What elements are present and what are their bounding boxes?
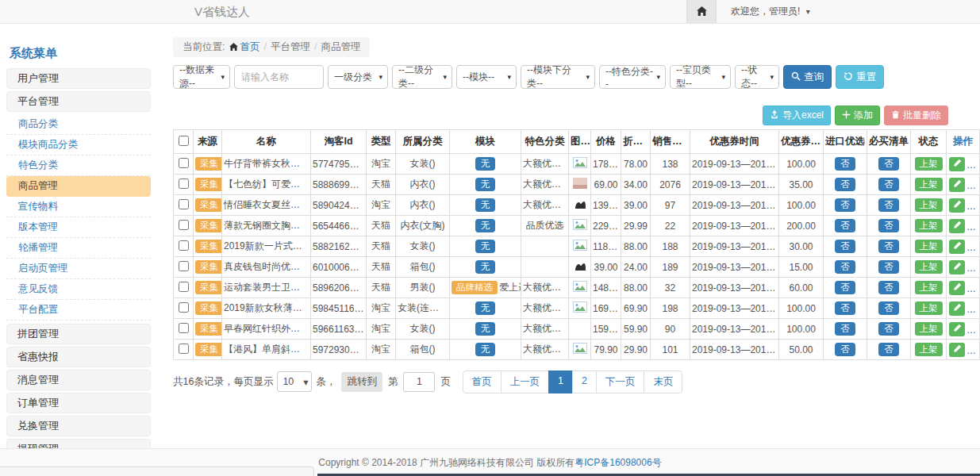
no-badge[interactable]: 否 (835, 343, 855, 356)
status-badge[interactable]: 上架 (915, 301, 943, 315)
select-all-checkbox[interactable] (179, 136, 189, 146)
row-checkbox[interactable] (179, 158, 189, 168)
sidebar: 系统菜单 用户管理 平台管理 商品分类模块商品分类特色分类商品管理宣传物料版本管… (6, 36, 151, 462)
pager-button[interactable]: 1 (548, 370, 573, 393)
sidebar-section[interactable]: 兑换管理 (6, 416, 151, 436)
status-badge[interactable]: 上架 (915, 178, 943, 191)
sidebar-subitem[interactable]: 意见反馈 (6, 279, 151, 300)
sidebar-subitem[interactable]: 特色分类 (6, 155, 151, 176)
sidebar-section[interactable]: 省惠快报 (6, 347, 151, 367)
no-badge[interactable]: 否 (835, 198, 855, 212)
row-checkbox[interactable] (179, 199, 189, 209)
edit-button[interactable] (949, 198, 965, 213)
row-checkbox[interactable] (179, 261, 189, 271)
no-badge[interactable]: 否 (878, 178, 899, 191)
filter-select-level1-category[interactable]: 一级分类▾ (328, 65, 388, 89)
price-cell: 139.00 (591, 195, 621, 216)
no-badge[interactable]: 否 (835, 281, 855, 294)
breadcrumb-link-home[interactable]: 首页 (240, 41, 259, 52)
no-badge[interactable]: 否 (835, 178, 855, 191)
row-checkbox[interactable] (179, 220, 189, 230)
sidebar-section-users[interactable]: 用户管理 (6, 68, 151, 89)
edit-button[interactable] (949, 219, 965, 233)
page-size-select[interactable]: 10▾ (277, 371, 312, 392)
category-cell: 女装() (396, 236, 450, 257)
sidebar-section[interactable]: 拼团管理 (6, 324, 151, 344)
goods-name-input[interactable] (234, 65, 324, 89)
filter-select-module[interactable]: --模块--▾ (456, 65, 517, 89)
no-badge[interactable]: 否 (835, 260, 855, 274)
pager-button[interactable]: 2 (572, 370, 597, 393)
sidebar-subitem[interactable]: 平台配置 (6, 300, 151, 321)
status-badge[interactable]: 上架 (915, 198, 943, 212)
sidebar-section[interactable]: 订单管理 (6, 393, 151, 413)
home-button[interactable] (686, 0, 717, 23)
no-badge[interactable]: 否 (878, 301, 899, 315)
no-badge[interactable]: 否 (878, 240, 899, 253)
pager-button[interactable]: 上一页 (501, 370, 550, 393)
pager-button[interactable]: 下一页 (596, 370, 645, 393)
edit-button[interactable] (949, 178, 965, 192)
sidebar-subitem[interactable]: 商品管理 (6, 176, 151, 197)
no-badge[interactable]: 否 (878, 343, 899, 356)
sidebar-section-platform[interactable]: 平台管理 (6, 91, 151, 112)
import-excel-button[interactable]: 导入excel (763, 106, 831, 125)
no-badge[interactable]: 否 (835, 240, 855, 253)
sidebar-subitem[interactable]: 宣传物料 (6, 197, 151, 217)
filter-select-item-type[interactable]: --宝贝类型--▾ (670, 65, 731, 89)
no-badge[interactable]: 否 (878, 322, 899, 336)
edit-button[interactable] (949, 301, 965, 316)
row-checkbox[interactable] (179, 178, 189, 189)
status-badge[interactable]: 上架 (915, 281, 943, 294)
edit-button[interactable] (949, 260, 965, 274)
edit-button[interactable] (949, 157, 965, 171)
row-checkbox[interactable] (179, 302, 189, 313)
filter-select-status[interactable]: --状态--▾ (735, 65, 779, 89)
status-badge[interactable]: 上架 (915, 343, 943, 356)
no-badge[interactable]: 否 (878, 219, 899, 232)
row-checkbox[interactable] (179, 240, 189, 251)
status-badge[interactable]: 上架 (915, 219, 943, 232)
row-checkbox[interactable] (179, 282, 189, 292)
sidebar-subitem[interactable]: 版本管理 (6, 217, 151, 238)
row-checkbox[interactable] (179, 323, 189, 333)
no-badge[interactable]: 否 (878, 281, 899, 294)
page-number-input[interactable] (403, 372, 435, 392)
icp-link[interactable]: 粤ICP备16098006号 (575, 456, 661, 470)
no-badge[interactable]: 否 (878, 260, 899, 274)
search-button[interactable]: 查询 (783, 65, 832, 89)
sidebar-subitem[interactable]: 模块商品分类 (6, 135, 151, 155)
operations-cell (947, 319, 980, 340)
status-badge[interactable]: 上架 (915, 322, 943, 336)
filter-select-feature-category[interactable]: --特色分类--▾ (599, 65, 666, 89)
edit-button[interactable] (949, 343, 965, 357)
sidebar-subitem[interactable]: 轮播管理 (6, 238, 151, 259)
filter-select-level2-category[interactable]: --二级分类--▾ (392, 65, 452, 89)
sidebar-section[interactable]: 消息管理 (6, 370, 151, 390)
no-badge[interactable]: 否 (878, 157, 899, 171)
edit-button[interactable] (949, 281, 965, 295)
sidebar-subitem[interactable]: 商品分类 (6, 114, 151, 135)
no-badge[interactable]: 否 (835, 157, 855, 171)
sidebar-subitem[interactable]: 启动页管理 (6, 259, 151, 279)
pager-button[interactable]: 首页 (463, 370, 502, 393)
status-badge[interactable]: 上架 (915, 157, 943, 171)
category-cell: 女装() (396, 154, 450, 175)
row-checkbox[interactable] (179, 344, 189, 354)
add-button[interactable]: 添加 (835, 106, 880, 125)
edit-button[interactable] (949, 322, 965, 336)
batch-delete-button[interactable]: 批量删除 (884, 106, 948, 125)
reset-button[interactable]: 重置 (836, 65, 884, 89)
no-badge[interactable]: 否 (835, 219, 855, 232)
no-badge[interactable]: 否 (878, 198, 899, 212)
status-badge[interactable]: 上架 (915, 240, 943, 253)
jump-to-button[interactable]: 跳转到 (341, 372, 382, 392)
no-badge[interactable]: 否 (835, 322, 855, 336)
filter-select-data-source[interactable]: --数据来源--▾ (173, 65, 230, 89)
user-menu[interactable]: 欢迎您，管理员! ▾ (731, 5, 810, 18)
no-badge[interactable]: 否 (835, 301, 855, 315)
edit-button[interactable] (949, 240, 965, 254)
filter-select-module-subcategory[interactable]: --模块下分类--▾ (521, 65, 595, 89)
status-badge[interactable]: 上架 (915, 260, 943, 274)
pager-button[interactable]: 末页 (644, 370, 682, 393)
